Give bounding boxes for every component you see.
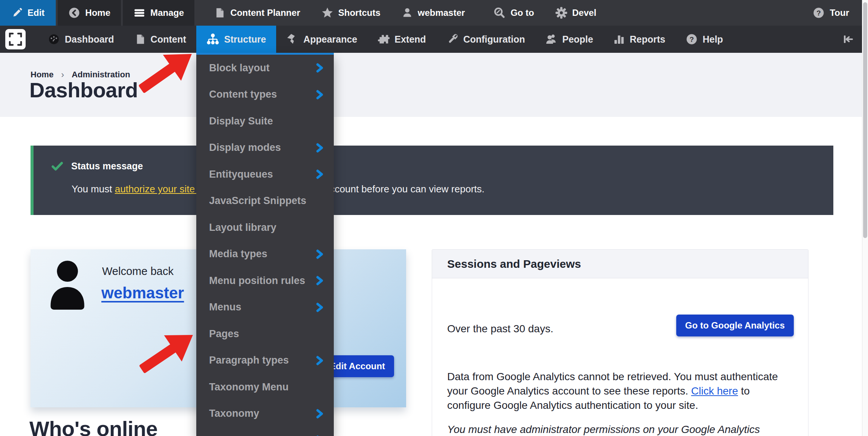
tab-people[interactable]: People [535, 26, 604, 53]
menu-item-label: Entityqueues [209, 169, 273, 180]
chevron-right-icon [316, 249, 324, 260]
tab-configuration-label: Configuration [463, 34, 525, 45]
user-avatar-icon [48, 259, 87, 310]
toolbar-spacer [607, 0, 802, 26]
menu-item-media-types[interactable]: Media types [196, 241, 334, 268]
menu-item-label: Media types [209, 248, 267, 260]
chevron-right-icon [316, 89, 324, 100]
tab-configuration[interactable]: Configuration [436, 26, 535, 53]
menu-item-menus[interactable]: Menus [196, 294, 334, 321]
menu-item-layout-library[interactable]: Layout library [196, 214, 334, 241]
welcome-greeting: Welcome back [102, 265, 174, 278]
menu-item-block-layout[interactable]: Block layout [196, 55, 334, 81]
tab-help-label: Help [703, 34, 723, 45]
paintbrush-icon [286, 33, 298, 45]
tab-content-label: Content [151, 34, 186, 45]
hamburger-icon [133, 7, 145, 19]
menu-item-views[interactable]: Views [196, 427, 334, 436]
tab-people-label: People [562, 34, 593, 45]
menu-item-label: Display Suite [209, 115, 273, 127]
document-icon [214, 7, 225, 19]
tour-button[interactable]: ? Tour [802, 0, 862, 26]
collapse-left-icon [842, 33, 854, 46]
search-icon [494, 7, 506, 19]
checkmark-icon [52, 161, 63, 171]
menu-item-menu-position-rules[interactable]: Menu position rules [196, 267, 334, 294]
chevron-right-icon [316, 355, 324, 366]
menu-item-label: Pages [209, 328, 239, 340]
shortcuts-button[interactable]: Shortcuts [311, 0, 391, 26]
manage-label: Manage [150, 8, 184, 18]
menu-item-taxonomy-menu[interactable]: Taxonomy Menu [196, 374, 334, 401]
gear-icon [555, 7, 567, 19]
home-button[interactable]: Home [58, 0, 121, 26]
people-icon [546, 33, 558, 45]
chevron-right-icon [316, 275, 324, 286]
structure-dropdown-menu: Block layout Content types Display Suite… [196, 53, 334, 436]
content-planner-button[interactable]: Content Planner [203, 0, 310, 26]
tab-extend-label: Extend [394, 34, 426, 45]
menu-item-label: Content types [209, 89, 277, 100]
permissions-note-paragraph: You must have administrator permissions … [447, 422, 779, 436]
menu-item-label: Taxonomy [209, 408, 259, 419]
username-link[interactable]: webmaster [101, 284, 184, 302]
tab-appearance[interactable]: Appearance [276, 26, 367, 53]
user-account-label: webmaster [418, 8, 465, 18]
menu-item-entityqueues[interactable]: Entityqueues [196, 161, 334, 188]
menu-item-label: Menu position rules [209, 275, 305, 287]
devel-button[interactable]: Devel [545, 0, 607, 26]
period-text: Over the past 30 days. [447, 323, 553, 335]
tab-structure[interactable]: Structure Block layout Content types Dis… [196, 26, 276, 53]
pencil-icon [11, 7, 23, 18]
user-account-button[interactable]: webmaster [391, 0, 475, 26]
sessions-pageviews-card: Sessions and Pageviews Over the past 30 … [432, 249, 808, 436]
admin-toolbar-secondary: Dashboard Content Structure Block layout… [0, 26, 862, 53]
user-icon [402, 7, 413, 19]
shortcuts-label: Shortcuts [338, 8, 381, 18]
chevron-right-icon [316, 142, 324, 154]
document-icon [134, 33, 146, 45]
tab-dashboard-label: Dashboard [65, 34, 114, 45]
home-label: Home [85, 8, 110, 18]
goto-label: Go to [510, 8, 534, 18]
tab-reports[interactable]: Reports [603, 26, 675, 53]
menu-item-display-suite[interactable]: Display Suite [196, 108, 334, 135]
status-message-title: Status message [71, 161, 143, 172]
status-body-suffix: account before you can view reports. [322, 183, 484, 195]
menu-item-display-modes[interactable]: Display modes [196, 135, 334, 161]
menu-item-label: Display modes [209, 142, 281, 154]
menu-item-javascript-snippets[interactable]: JavaScript Snippets [196, 188, 334, 215]
dashboard-gauge-icon [48, 33, 60, 45]
back-circle-icon [68, 7, 80, 19]
chevron-right-icon [316, 434, 324, 436]
menu-item-label: Layout library [209, 222, 277, 233]
page-title: Dashboard [29, 78, 138, 102]
expand-icon[interactable] [5, 29, 26, 49]
tab-help[interactable]: ? Help [675, 26, 733, 53]
menu-item-label: Taxonomy Menu [209, 381, 289, 393]
goto-button[interactable]: Go to [483, 0, 545, 26]
click-here-link[interactable]: Click here [691, 385, 738, 397]
tab-structure-label: Structure [224, 34, 266, 45]
chevron-right-icon [316, 169, 324, 180]
tab-appearance-label: Appearance [303, 34, 357, 45]
menu-item-paragraph-types[interactable]: Paragraph types [196, 347, 334, 374]
go-to-google-analytics-button[interactable]: Go to Google Analytics [676, 315, 794, 336]
whos-online-title: Who's online [29, 416, 157, 436]
menu-item-label: Paragraph types [209, 355, 289, 366]
manage-button[interactable]: Manage [123, 0, 194, 26]
vertical-scrollbar[interactable] [862, 0, 868, 436]
tab-extend[interactable]: Extend [367, 26, 436, 53]
tab-content[interactable]: Content [124, 26, 196, 53]
menu-item-taxonomy[interactable]: Taxonomy [196, 401, 334, 427]
chevron-right-icon [316, 408, 324, 419]
scrollbar-thumb[interactable] [863, 2, 867, 238]
status-message-box: Status message You must authorize your s… [31, 146, 833, 215]
sitemap-icon [206, 33, 219, 45]
edit-mode-button[interactable]: Edit [0, 0, 56, 26]
menu-item-content-types[interactable]: Content types [196, 81, 334, 108]
tab-dashboard[interactable]: Dashboard [38, 26, 124, 53]
toolbar-collapse-button[interactable] [834, 26, 862, 53]
menu-item-pages[interactable]: Pages [196, 321, 334, 347]
chevron-right-icon [316, 302, 324, 313]
